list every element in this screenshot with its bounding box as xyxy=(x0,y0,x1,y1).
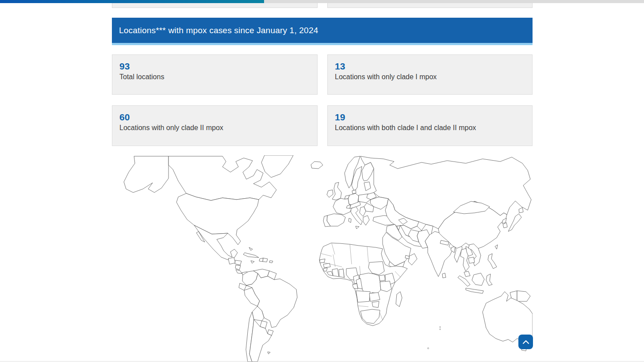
map-country-finland[interactable] xyxy=(362,162,374,181)
indian-ocean-island-dot xyxy=(440,329,441,330)
map-country-alaska[interactable] xyxy=(124,156,169,193)
map-country-tanzania[interactable] xyxy=(380,281,391,292)
stat-card-clade-2-only: 60 Locations with only clade II mpox xyxy=(112,105,318,146)
map-country-greece[interactable] xyxy=(363,216,369,225)
map-country-taiwan[interactable] xyxy=(495,245,498,249)
map-country-iceland[interactable] xyxy=(311,162,323,169)
map-country-honduras[interactable] xyxy=(235,260,242,265)
map-country-malaysia[interactable] xyxy=(464,271,470,277)
previous-section-card-right xyxy=(327,3,533,8)
map-country-sri-lanka[interactable] xyxy=(442,273,446,278)
map-country-haiti[interactable] xyxy=(259,258,263,262)
map-country-greenland[interactable] xyxy=(261,155,293,177)
stat-label: Locations with both clade I and clade II… xyxy=(335,124,525,132)
map-country-zimbabwe[interactable] xyxy=(372,301,379,308)
map-country-philippines[interactable] xyxy=(488,254,497,269)
map-country-oman[interactable] xyxy=(408,254,417,265)
indian-ocean-island-dot xyxy=(428,348,429,349)
footer-top-edge xyxy=(0,361,644,362)
stat-value: 13 xyxy=(335,61,525,72)
section-header: Locations*** with mpox cases since Janua… xyxy=(112,18,533,43)
previous-section-card-left xyxy=(112,3,318,8)
map-country-new-guinea-east[interactable] xyxy=(517,291,530,301)
map-country-ireland[interactable] xyxy=(327,190,333,197)
map-country-denmark[interactable] xyxy=(352,190,356,194)
back-to-top-button[interactable] xyxy=(518,335,533,349)
map-country-bahamas[interactable] xyxy=(249,247,253,250)
stat-label: Total locations xyxy=(119,73,310,81)
section-title: Locations*** with mpox cases since Janua… xyxy=(119,26,318,35)
map-country-puerto-rico[interactable] xyxy=(269,261,273,263)
stat-value: 60 xyxy=(119,112,310,123)
stat-card-both-clades: 19 Locations with both clade I and clade… xyxy=(327,105,533,146)
map-country-zambia[interactable] xyxy=(369,293,380,301)
stat-label: Locations with only clade I mpox xyxy=(335,73,525,81)
map-country-guinea[interactable] xyxy=(323,263,330,268)
map-country-jamaica[interactable] xyxy=(251,261,254,263)
stat-value: 93 xyxy=(119,61,310,72)
map-country-japan[interactable] xyxy=(508,208,523,231)
map-country-uk[interactable] xyxy=(332,182,341,200)
map-country-angola[interactable] xyxy=(356,291,370,302)
indian-ocean-island-dot xyxy=(440,327,441,327)
map-country-nicaragua[interactable] xyxy=(235,265,241,270)
map-country-costa-rica[interactable] xyxy=(236,270,242,273)
map-country-madagascar[interactable] xyxy=(396,292,402,307)
map-country-ghana[interactable] xyxy=(339,269,344,277)
map-country-guatemala[interactable] xyxy=(228,258,235,264)
map-country-south-korea[interactable] xyxy=(503,223,507,228)
map-country-cote-divoire[interactable] xyxy=(332,269,339,277)
map-country-canada[interactable] xyxy=(169,156,276,200)
section-header-underline xyxy=(112,43,533,45)
chevron-up-icon xyxy=(522,340,529,344)
map-country-baltics[interactable] xyxy=(364,182,371,191)
map-country-cambodia[interactable] xyxy=(468,257,475,263)
map-country-gabon[interactable] xyxy=(353,284,358,289)
map-country-spain[interactable] xyxy=(327,214,345,226)
map-country-falklands[interactable] xyxy=(268,352,270,354)
page: Locations*** with mpox cases since Janua… xyxy=(0,0,644,362)
map-country-cuba[interactable] xyxy=(243,253,259,258)
scroll-progress-fill xyxy=(0,0,264,3)
map-country-uganda[interactable] xyxy=(379,275,385,281)
stat-card-total-locations: 93 Total locations xyxy=(112,54,318,95)
map-country-senegal[interactable] xyxy=(320,259,325,263)
world-choropleth-map[interactable] xyxy=(112,155,533,362)
stat-label: Locations with only clade II mpox xyxy=(119,124,310,132)
map-country-indonesia[interactable] xyxy=(458,273,492,293)
map-country-dominican-republic[interactable] xyxy=(263,258,268,262)
scroll-progress-track xyxy=(0,0,644,3)
stat-value: 19 xyxy=(335,112,525,123)
stat-card-clade-1-only: 13 Locations with only clade I mpox xyxy=(327,54,533,95)
